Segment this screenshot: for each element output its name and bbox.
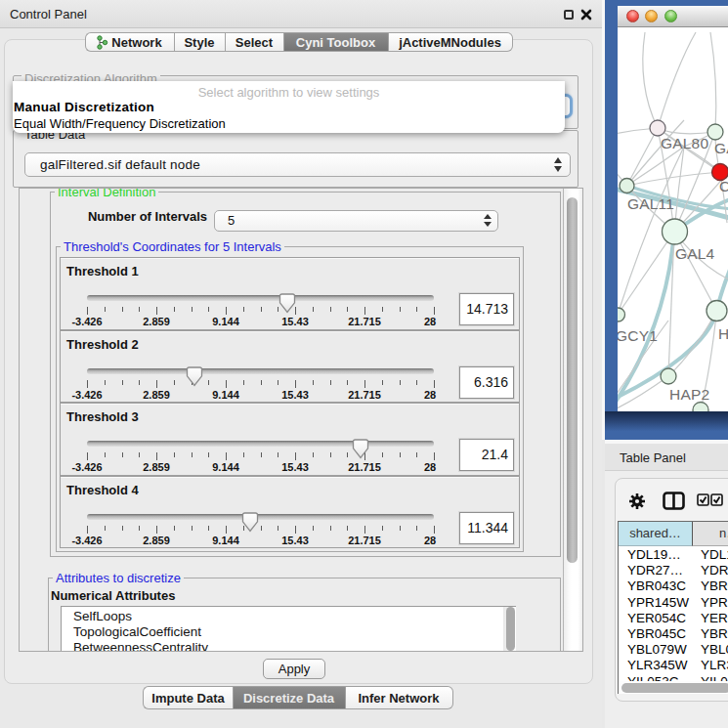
svg-text:H: H (718, 325, 728, 342)
svg-text:GAL4: GAL4 (675, 245, 715, 262)
svg-text:C: C (719, 178, 728, 194)
svg-text:GA: GA (714, 140, 728, 156)
svg-text:GAL11: GAL11 (627, 195, 674, 212)
svg-text:GCY1: GCY1 (618, 327, 658, 344)
svg-text:HAP2: HAP2 (669, 386, 709, 403)
svg-text:GAL80: GAL80 (661, 135, 708, 151)
